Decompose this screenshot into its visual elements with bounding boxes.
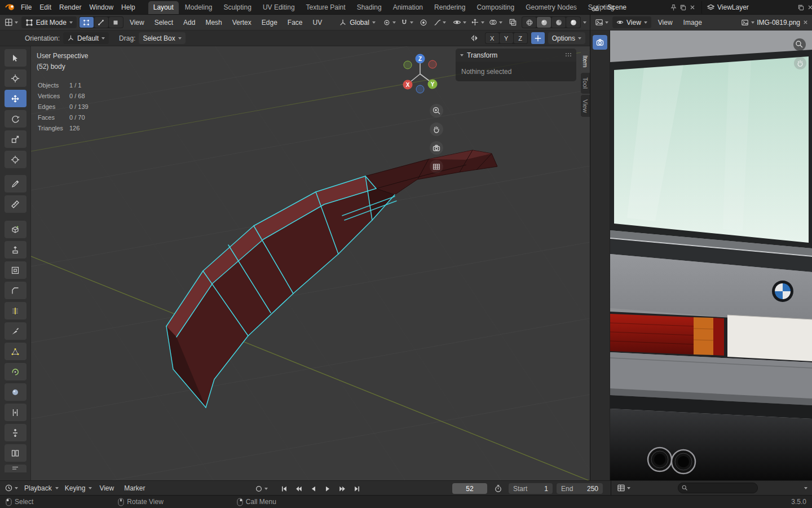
scene-name[interactable]: Scene [607, 3, 626, 11]
camera-view-button[interactable] [430, 141, 443, 155]
play-button[interactable] [321, 483, 334, 494]
viewport-3d[interactable]: User Perspective (52) body Objects1 / 1 … [31, 46, 590, 480]
tool-move-button[interactable] [5, 90, 27, 107]
br-collapse-caret[interactable] [804, 487, 807, 489]
image-editor-type-button[interactable] [594, 16, 610, 28]
menu-edit[interactable]: Edit [36, 2, 55, 12]
tool-knife-button[interactable] [5, 322, 27, 340]
orientation-dropdown[interactable]: Global [335, 16, 379, 28]
navigation-gizmo[interactable]: Z X Y [395, 50, 445, 100]
play-reverse-button[interactable] [306, 483, 320, 494]
view-layer-selector[interactable]: ViewLayer [701, 1, 812, 14]
view-layer-name[interactable]: ViewLayer [717, 3, 749, 11]
gizmo-y-label[interactable]: Y [431, 81, 435, 87]
end-frame-field[interactable]: End 250 [557, 483, 603, 494]
tool-bevel-button[interactable] [5, 282, 27, 299]
sidebar-tab-item[interactable]: Item [581, 51, 590, 72]
br-editor-type-button[interactable] [616, 482, 632, 494]
tool-measure-button[interactable] [5, 195, 27, 213]
shading-rendered-toggle[interactable] [566, 17, 580, 28]
sidebar-tab-view[interactable]: View [581, 95, 590, 117]
mirror-x-toggle[interactable]: X [486, 33, 499, 43]
close-icon[interactable] [689, 4, 696, 11]
shading-solid-toggle[interactable] [537, 17, 551, 28]
menu-render[interactable]: Render [55, 2, 85, 12]
scene-selector[interactable]: Scene [591, 1, 696, 14]
image-pan-overlay-button[interactable] [794, 57, 806, 69]
xray-toggle[interactable] [506, 16, 519, 28]
viewport-menu-select[interactable]: Select [151, 17, 177, 28]
image-view[interactable]: AUTORISMO [610, 30, 812, 480]
playback-menu[interactable]: Playback [21, 482, 60, 494]
menu-window[interactable]: Window [85, 2, 117, 12]
pan-button[interactable] [430, 122, 443, 136]
gizmo-x-label[interactable]: X [406, 82, 410, 88]
gizmo-z-label[interactable]: Z [418, 56, 422, 62]
timeline-menu-view[interactable]: View [95, 483, 118, 493]
options-dropdown[interactable]: Options [548, 32, 585, 44]
image-menu-view[interactable]: View [654, 17, 677, 28]
tool-scale-button[interactable] [5, 130, 27, 148]
viewport-menu-face[interactable]: Face [284, 17, 307, 28]
edge-select-toggle[interactable] [94, 17, 108, 28]
vertex-select-toggle[interactable] [80, 17, 94, 28]
workspace-tab-uv-editing[interactable]: UV Editing [258, 1, 300, 14]
tool-smooth-button[interactable] [5, 383, 27, 401]
workspace-tab-layout[interactable]: Layout [148, 1, 179, 14]
mirror-z-toggle[interactable]: Z [514, 33, 527, 43]
workspace-tab-modeling[interactable]: Modeling [180, 1, 218, 14]
editor-type-button[interactable] [3, 16, 19, 28]
viewport-menu-add[interactable]: Add [179, 17, 199, 28]
sidebar-tab-tool[interactable]: Tool [581, 73, 590, 93]
duplicate-scene-icon[interactable] [679, 4, 687, 11]
shading-wireframe-toggle[interactable] [522, 17, 536, 28]
workspace-tab-sculpting[interactable]: Sculpting [219, 1, 257, 14]
mirror-button[interactable] [468, 32, 482, 44]
tool-rotate-button[interactable] [5, 110, 27, 128]
tool-annotate-button[interactable] [5, 175, 27, 192]
tool-rip-region-button[interactable] [5, 444, 27, 462]
tool-transform-button[interactable] [5, 151, 27, 168]
workspace-tab-texture-paint[interactable]: Texture Paint [301, 1, 351, 14]
transform-panel-header[interactable]: Transform [456, 49, 576, 62]
auto-keying-button[interactable] [254, 483, 269, 494]
mode-dropdown[interactable]: Edit Mode [21, 16, 77, 28]
timeline-editor-type-button[interactable] [3, 482, 19, 494]
falloff-dropdown[interactable] [433, 16, 448, 28]
tool-inset-faces-button[interactable] [5, 261, 27, 279]
image-mode-dropdown[interactable]: View [612, 16, 651, 28]
duplicate-view-layer-icon[interactable] [797, 4, 805, 11]
pivot-point-button[interactable] [382, 16, 397, 28]
shading-material-toggle[interactable] [551, 17, 566, 28]
start-frame-field[interactable]: Start 1 [509, 483, 553, 494]
face-select-toggle[interactable] [109, 17, 123, 28]
viewport-menu-edge[interactable]: Edge [258, 17, 281, 28]
workspace-tab-compositing[interactable]: Compositing [471, 1, 519, 14]
orientation-default-dropdown[interactable]: Default [63, 32, 109, 44]
pin-icon[interactable] [670, 4, 677, 11]
workspace-tab-geometry-nodes[interactable]: Geometry Nodes [520, 1, 582, 14]
snap-toggle-button[interactable] [399, 16, 414, 28]
image-name[interactable]: IMG-0819.png [757, 19, 800, 27]
menu-file[interactable]: File [17, 2, 36, 12]
proportional-editing-button[interactable] [417, 16, 430, 28]
tool-shrink-fatten-button[interactable] [5, 424, 27, 441]
tool-select-box-button[interactable] [5, 49, 27, 67]
close-icon[interactable] [802, 19, 809, 25]
keying-menu[interactable]: Keying [62, 482, 94, 494]
next-keyframe-button[interactable] [336, 483, 349, 494]
image-zoom-overlay-button[interactable] [793, 38, 806, 51]
visibility-dropdown[interactable] [452, 16, 467, 28]
viewport-menu-uv[interactable]: UV [309, 17, 326, 28]
tool-add-cube-button[interactable] [5, 221, 27, 238]
timeline-menu-marker[interactable]: Marker [120, 483, 149, 493]
blender-menu-button[interactable] [3, 1, 17, 13]
workspace-tab-shading[interactable]: Shading [352, 1, 387, 14]
tool-more-button[interactable] [5, 465, 27, 472]
drag-dropdown[interactable]: Select Box [139, 32, 185, 44]
jump-to-start-button[interactable] [277, 483, 290, 494]
viewport-menu-view[interactable]: View [126, 17, 148, 28]
current-frame-field[interactable]: 52 [452, 483, 487, 494]
tool-edge-slide-button[interactable] [5, 404, 27, 421]
use-preview-range-button[interactable] [491, 483, 505, 494]
